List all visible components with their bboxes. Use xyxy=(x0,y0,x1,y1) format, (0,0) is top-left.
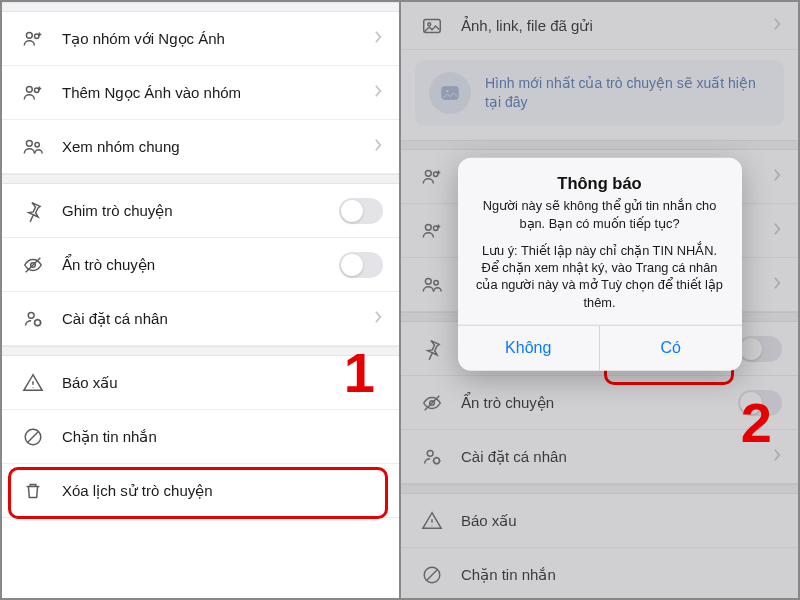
section-gap xyxy=(401,484,798,494)
alert-message: Người này sẽ không thể gửi tin nhắn cho … xyxy=(474,197,726,232)
alert-note: Lưu ý: Thiết lập này chỉ chặn TIN NHẮN. … xyxy=(474,241,726,310)
chevron-right-icon xyxy=(374,308,383,329)
block-icon xyxy=(20,424,46,450)
svg-point-16 xyxy=(425,224,431,230)
group-plus-icon xyxy=(20,26,46,52)
svg-point-5 xyxy=(35,142,39,146)
group-plus-icon xyxy=(20,80,46,106)
row-label: Tạo nhóm với Ngọc Ánh xyxy=(62,30,374,48)
section-gap xyxy=(2,174,399,184)
svg-point-18 xyxy=(425,278,431,284)
row-create-group[interactable]: Tạo nhóm với Ngọc Ánh xyxy=(2,12,399,66)
svg-point-4 xyxy=(26,140,32,146)
warning-icon xyxy=(419,508,445,534)
row-label: Báo xấu xyxy=(461,512,782,530)
row-label: Xóa lịch sử trò chuyện xyxy=(62,482,383,500)
row-label: Ẩn trò chuyện xyxy=(461,394,738,412)
row-personal-settings[interactable]: Cài đặt cá nhân xyxy=(2,292,399,346)
alert-no-button[interactable]: Không xyxy=(458,326,600,371)
chevron-right-icon xyxy=(773,17,782,34)
chevron-right-icon xyxy=(773,274,782,295)
hint-text: Hình mới nhất của trò chuyện sẽ xuất hiệ… xyxy=(485,74,770,112)
row-label: Cài đặt cá nhân xyxy=(62,310,374,328)
alert-buttons: Không Có xyxy=(458,325,742,371)
svg-point-2 xyxy=(26,86,32,92)
chevron-right-icon xyxy=(374,28,383,49)
group-plus-icon xyxy=(419,164,445,190)
row-personal-settings[interactable]: Cài đặt cá nhân xyxy=(401,430,798,484)
alert-title: Thông báo xyxy=(474,174,726,193)
tutorial-container: Tạo nhóm với Ngọc Ánh Thêm Ngọc Ánh vào … xyxy=(0,0,800,600)
chevron-right-icon xyxy=(773,220,782,241)
confirm-alert: Thông báo Người này sẽ không thể gửi tin… xyxy=(458,158,742,371)
pin-icon xyxy=(419,336,445,362)
pane-step-1: Tạo nhóm với Ngọc Ánh Thêm Ngọc Ánh vào … xyxy=(2,2,399,598)
chevron-right-icon xyxy=(374,136,383,157)
row-report[interactable]: Báo xấu xyxy=(401,494,798,548)
row-label: Thêm Ngọc Ánh vào nhóm xyxy=(62,84,374,102)
media-empty-hint: Hình mới nhất của trò chuyện sẽ xuất hiệ… xyxy=(415,60,784,126)
row-label: Ẩn trò chuyện xyxy=(62,256,339,274)
svg-point-11 xyxy=(428,22,431,25)
toggle-hide[interactable] xyxy=(339,252,383,278)
row-add-to-group[interactable]: Thêm Ngọc Ánh vào nhóm xyxy=(2,66,399,120)
row-pin-chat[interactable]: Ghim trò chuyện xyxy=(2,184,399,238)
svg-point-0 xyxy=(26,32,32,38)
chevron-right-icon xyxy=(374,82,383,103)
chevron-right-icon xyxy=(773,446,782,467)
row-media[interactable]: Ảnh, link, file đã gửi xyxy=(401,2,798,50)
row-block-messages[interactable]: Chặn tin nhắn xyxy=(401,548,798,598)
row-label: Cài đặt cá nhân xyxy=(461,448,773,466)
row-label: Chặn tin nhắn xyxy=(461,566,782,584)
user-settings-icon xyxy=(20,306,46,332)
svg-point-22 xyxy=(434,457,440,463)
chevron-right-icon xyxy=(773,166,782,187)
group-icon xyxy=(419,272,445,298)
svg-point-7 xyxy=(28,312,34,318)
svg-point-14 xyxy=(425,170,431,176)
eye-off-icon xyxy=(419,390,445,416)
row-label: Báo xấu xyxy=(62,374,383,392)
section-gap xyxy=(2,2,399,12)
alert-yes-button[interactable]: Có xyxy=(599,326,742,371)
row-label: Xem nhóm chung xyxy=(62,138,374,155)
row-hide-chat[interactable]: Ẩn trò chuyện xyxy=(401,376,798,430)
image-icon xyxy=(419,13,445,39)
row-hide-chat[interactable]: Ẩn trò chuyện xyxy=(2,238,399,292)
pane-step-2: Ảnh, link, file đã gửi Hình mới nhất của… xyxy=(401,2,798,598)
toggle-hide[interactable] xyxy=(738,390,782,416)
row-block-messages[interactable]: Chặn tin nhắn xyxy=(2,410,399,464)
block-icon xyxy=(419,562,445,588)
section-gap xyxy=(2,346,399,356)
row-label: Ghim trò chuyện xyxy=(62,202,339,220)
row-report[interactable]: Báo xấu xyxy=(2,356,399,410)
warning-icon xyxy=(20,370,46,396)
eye-off-icon xyxy=(20,252,46,278)
svg-point-19 xyxy=(434,280,438,284)
toggle-pin[interactable] xyxy=(339,198,383,224)
toggle-pin[interactable] xyxy=(738,336,782,362)
group-plus-icon xyxy=(419,218,445,244)
svg-point-13 xyxy=(446,90,449,93)
group-icon xyxy=(20,134,46,160)
row-delete-history[interactable]: Xóa lịch sử trò chuyện xyxy=(2,464,399,518)
user-settings-icon xyxy=(419,444,445,470)
row-label: Ảnh, link, file đã gửi xyxy=(461,17,773,35)
svg-point-21 xyxy=(427,450,433,456)
pin-icon xyxy=(20,198,46,224)
row-view-common-groups[interactable]: Xem nhóm chung xyxy=(2,120,399,174)
image-placeholder-icon xyxy=(429,72,471,114)
trash-icon xyxy=(20,478,46,504)
section-gap xyxy=(401,140,798,150)
row-label: Chặn tin nhắn xyxy=(62,428,383,446)
